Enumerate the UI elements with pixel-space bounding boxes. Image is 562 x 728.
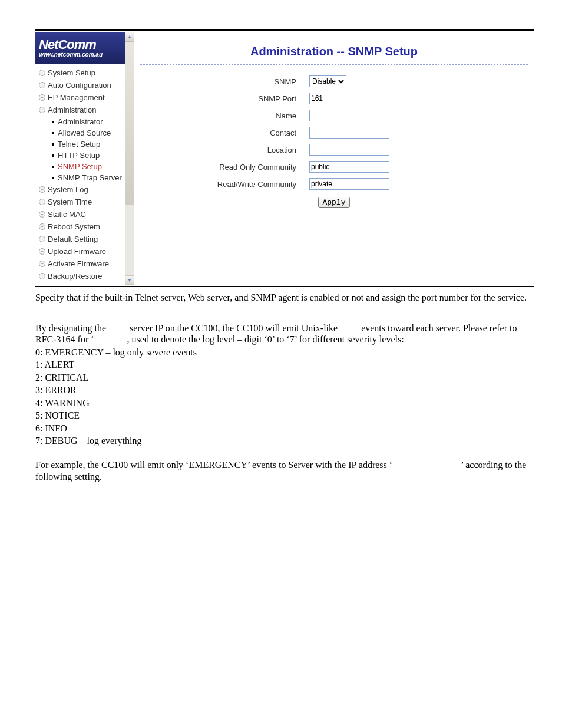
bullet-icon: [52, 121, 54, 123]
admin-subnav: Administrator Allowed Source Telnet Setu…: [37, 116, 125, 183]
bullet-icon: [52, 177, 54, 179]
snmp-port-label: SNMP Port: [140, 94, 309, 103]
expand-icon: +: [39, 107, 45, 113]
sidebar-item-auto-config[interactable]: − Auto Configuration: [37, 79, 125, 91]
scroll-track[interactable]: [125, 41, 134, 275]
rw-community-label: Read/Write Community: [140, 180, 309, 189]
sidebar-item-label: SNMP Trap Server: [58, 173, 122, 182]
sidebar-item-label: HTTP Setup: [58, 151, 100, 160]
level-5: 5: NOTICE: [35, 410, 534, 421]
sidebar-item-default-setting[interactable]: − Default Setting: [37, 233, 125, 245]
sidebar-item-backup-restore[interactable]: + Backup/Restore: [37, 270, 125, 282]
paragraph-3: For example, the CC100 will emit only ‘E…: [35, 459, 534, 482]
sidebar-item-label: Upload Firmware: [48, 247, 106, 256]
snmp-select[interactable]: Disable: [309, 75, 346, 87]
collapse-icon: −: [39, 70, 45, 76]
level-0: 0: EMERGENCY – log only severe events: [35, 347, 534, 358]
scroll-thumb[interactable]: [125, 41, 134, 205]
collapse-icon: −: [39, 211, 45, 218]
name-input[interactable]: [309, 110, 389, 121]
document-body: Specify that if the built-in Telnet serv…: [35, 292, 534, 482]
sidebar-item-system-setup[interactable]: − System Setup: [37, 67, 125, 79]
sidebar-item-label: SNMP Setup: [58, 162, 102, 171]
collapse-icon: −: [39, 82, 45, 88]
sidebar-item-label: Auto Configuration: [48, 81, 111, 90]
collapse-icon: −: [39, 248, 45, 255]
sidebar-item-label: Telnet Setup: [58, 140, 100, 149]
sidebar-item-label: Default Setting: [48, 235, 98, 243]
ro-community-label: Read Only Community: [140, 163, 309, 172]
level-4: 4: WARNING: [35, 397, 534, 409]
sidebar-item-label: System Log: [48, 185, 88, 194]
name-label: Name: [140, 111, 309, 120]
sidebar-item-label: Administrator: [58, 117, 103, 126]
logo-url: www.netcomm.com.au: [39, 51, 125, 58]
snmp-port-input[interactable]: [309, 93, 389, 104]
level-1: 1: ALERT: [35, 359, 534, 371]
level-6: 6: INFO: [35, 423, 534, 434]
sidebar-scrollbar[interactable]: ▲ ▼: [125, 32, 134, 285]
bullet-icon: [52, 132, 54, 134]
sidebar-item-label: System Time: [48, 197, 92, 206]
sidebar-sub-telnet-setup[interactable]: Telnet Setup: [52, 139, 125, 150]
level-3: 3: ERROR: [35, 384, 534, 396]
sidebar-item-label: Allowed Source: [58, 129, 111, 137]
sidebar-item-label: Administration: [48, 106, 96, 114]
sidebar-sub-allowed-source[interactable]: Allowed Source: [52, 127, 125, 139]
bullet-icon: [52, 166, 54, 168]
collapse-icon: −: [39, 94, 45, 101]
location-label: Location: [140, 146, 309, 154]
sidebar-sub-snmp-trap[interactable]: SNMP Trap Server: [52, 172, 125, 183]
paragraph-1: Specify that if the built-in Telnet serv…: [35, 292, 534, 304]
collapse-icon: −: [39, 223, 45, 230]
sidebar-item-upload-firmware[interactable]: − Upload Firmware: [37, 245, 125, 258]
rw-community-input[interactable]: [309, 178, 389, 190]
bullet-icon: [52, 143, 54, 146]
sidebar-item-label: Static MAC: [48, 210, 86, 219]
collapse-icon: −: [39, 236, 45, 242]
main-content: Administration -- SNMP Setup SNMP Disabl…: [134, 32, 534, 285]
sidebar-item-reboot[interactable]: − Reboot System: [37, 220, 125, 233]
sidebar-item-label: Reboot System: [48, 222, 100, 231]
apply-button[interactable]: Apply: [318, 197, 349, 208]
logo: NetComm www.netcomm.com.au: [35, 32, 125, 64]
location-input[interactable]: [309, 144, 389, 156]
expand-icon: +: [39, 199, 45, 205]
expand-icon: +: [39, 273, 45, 279]
snmp-label: SNMP: [140, 77, 309, 86]
sidebar-sub-http-setup[interactable]: HTTP Setup: [52, 150, 125, 161]
contact-input[interactable]: [309, 127, 389, 139]
sidebar-sub-snmp-setup[interactable]: SNMP Setup: [52, 161, 125, 172]
sidebar-item-label: System Setup: [48, 68, 95, 77]
sidebar-item-system-log[interactable]: + System Log: [37, 183, 125, 196]
sidebar-item-administration[interactable]: + Administration: [37, 104, 125, 116]
expand-icon: +: [39, 186, 45, 193]
sidebar: NetComm www.netcomm.com.au − System Setu…: [35, 32, 125, 285]
contact-label: Contact: [140, 129, 309, 137]
sidebar-item-ep-management[interactable]: − EP Management: [37, 91, 125, 104]
scroll-up-icon[interactable]: ▲: [125, 32, 134, 41]
sidebar-item-label: Activate Firmware: [48, 259, 109, 268]
scroll-down-icon[interactable]: ▼: [125, 275, 134, 285]
snmp-form: SNMP Disable SNMP Port Name: [140, 65, 528, 208]
page-title: Administration -- SNMP Setup: [140, 32, 528, 65]
sidebar-item-static-mac[interactable]: − Static MAC: [37, 208, 125, 220]
paragraph-2: By designating the server IP on the CC10…: [35, 322, 534, 345]
logo-brand: NetComm: [39, 38, 125, 51]
level-7: 7: DEBUG – log everything: [35, 435, 534, 447]
sidebar-item-label: Backup/Restore: [48, 272, 103, 281]
nav-tree: − System Setup − Auto Configuration − EP…: [35, 64, 125, 285]
bullet-icon: [52, 154, 54, 157]
sidebar-item-system-time[interactable]: + System Time: [37, 196, 125, 208]
sidebar-item-activate-firmware[interactable]: + Activate Firmware: [37, 258, 125, 270]
expand-icon: +: [39, 261, 45, 267]
sidebar-sub-administrator[interactable]: Administrator: [52, 116, 125, 127]
ro-community-input[interactable]: [309, 161, 389, 173]
admin-panel: NetComm www.netcomm.com.au − System Setu…: [35, 29, 534, 287]
level-2: 2: CRITICAL: [35, 372, 534, 384]
sidebar-item-label: EP Management: [48, 93, 105, 102]
